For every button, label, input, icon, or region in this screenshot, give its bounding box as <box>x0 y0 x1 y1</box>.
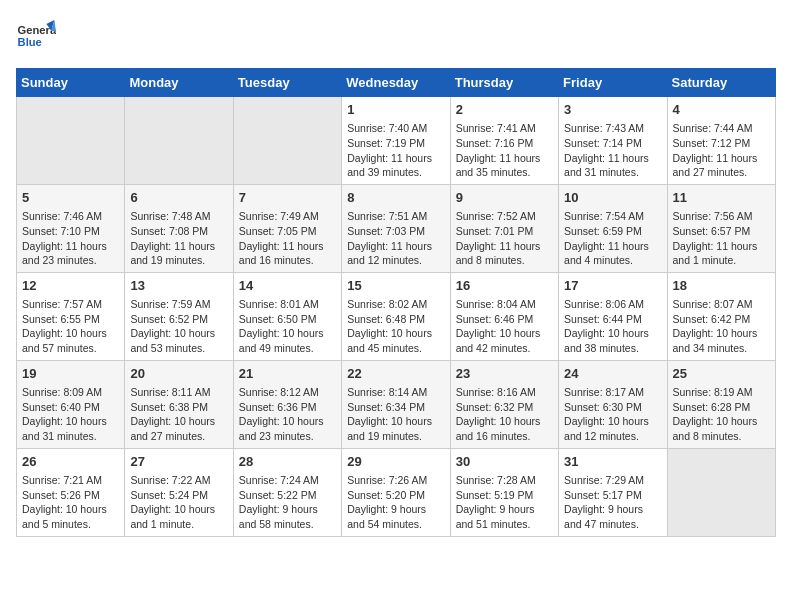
daylight-text: Daylight: 10 hours and 53 minutes. <box>130 326 227 355</box>
sunset-text: Sunset: 6:48 PM <box>347 312 444 327</box>
sunrise-text: Sunrise: 7:29 AM <box>564 473 661 488</box>
sunset-text: Sunset: 5:22 PM <box>239 488 336 503</box>
calendar-cell: 15Sunrise: 8:02 AMSunset: 6:48 PMDayligh… <box>342 272 450 360</box>
daylight-text: Daylight: 9 hours and 54 minutes. <box>347 502 444 531</box>
day-number: 11 <box>673 189 770 207</box>
calendar-cell: 22Sunrise: 8:14 AMSunset: 6:34 PMDayligh… <box>342 360 450 448</box>
calendar-cell: 2Sunrise: 7:41 AMSunset: 7:16 PMDaylight… <box>450 97 558 185</box>
sunset-text: Sunset: 6:42 PM <box>673 312 770 327</box>
calendar-cell: 21Sunrise: 8:12 AMSunset: 6:36 PMDayligh… <box>233 360 341 448</box>
calendar-table: SundayMondayTuesdayWednesdayThursdayFrid… <box>16 68 776 537</box>
daylight-text: Daylight: 11 hours and 16 minutes. <box>239 239 336 268</box>
sunrise-text: Sunrise: 7:54 AM <box>564 209 661 224</box>
sunset-text: Sunset: 6:57 PM <box>673 224 770 239</box>
day-number: 4 <box>673 101 770 119</box>
calendar-cell <box>17 97 125 185</box>
daylight-text: Daylight: 10 hours and 23 minutes. <box>239 414 336 443</box>
calendar-cell: 26Sunrise: 7:21 AMSunset: 5:26 PMDayligh… <box>17 448 125 536</box>
weekday-header: Monday <box>125 69 233 97</box>
calendar-cell <box>125 97 233 185</box>
calendar-week-row: 26Sunrise: 7:21 AMSunset: 5:26 PMDayligh… <box>17 448 776 536</box>
day-number: 28 <box>239 453 336 471</box>
sunrise-text: Sunrise: 7:43 AM <box>564 121 661 136</box>
calendar-cell <box>233 97 341 185</box>
sunset-text: Sunset: 7:10 PM <box>22 224 119 239</box>
daylight-text: Daylight: 10 hours and 5 minutes. <box>22 502 119 531</box>
day-number: 27 <box>130 453 227 471</box>
calendar-cell: 4Sunrise: 7:44 AMSunset: 7:12 PMDaylight… <box>667 97 775 185</box>
sunrise-text: Sunrise: 7:56 AM <box>673 209 770 224</box>
weekday-header: Sunday <box>17 69 125 97</box>
calendar-cell: 11Sunrise: 7:56 AMSunset: 6:57 PMDayligh… <box>667 184 775 272</box>
sunset-text: Sunset: 7:01 PM <box>456 224 553 239</box>
calendar-cell: 24Sunrise: 8:17 AMSunset: 6:30 PMDayligh… <box>559 360 667 448</box>
sunset-text: Sunset: 7:14 PM <box>564 136 661 151</box>
day-number: 12 <box>22 277 119 295</box>
daylight-text: Daylight: 11 hours and 12 minutes. <box>347 239 444 268</box>
calendar-cell: 14Sunrise: 8:01 AMSunset: 6:50 PMDayligh… <box>233 272 341 360</box>
sunset-text: Sunset: 7:19 PM <box>347 136 444 151</box>
sunset-text: Sunset: 6:59 PM <box>564 224 661 239</box>
sunset-text: Sunset: 5:19 PM <box>456 488 553 503</box>
daylight-text: Daylight: 11 hours and 19 minutes. <box>130 239 227 268</box>
sunrise-text: Sunrise: 7:22 AM <box>130 473 227 488</box>
sunset-text: Sunset: 5:20 PM <box>347 488 444 503</box>
sunset-text: Sunset: 7:05 PM <box>239 224 336 239</box>
daylight-text: Daylight: 10 hours and 27 minutes. <box>130 414 227 443</box>
day-number: 8 <box>347 189 444 207</box>
sunset-text: Sunset: 5:24 PM <box>130 488 227 503</box>
day-number: 31 <box>564 453 661 471</box>
day-number: 14 <box>239 277 336 295</box>
daylight-text: Daylight: 11 hours and 8 minutes. <box>456 239 553 268</box>
sunrise-text: Sunrise: 8:04 AM <box>456 297 553 312</box>
sunrise-text: Sunrise: 8:06 AM <box>564 297 661 312</box>
page-header: General Blue <box>16 16 776 56</box>
sunrise-text: Sunrise: 8:19 AM <box>673 385 770 400</box>
day-number: 25 <box>673 365 770 383</box>
logo: General Blue <box>16 16 56 56</box>
sunrise-text: Sunrise: 8:12 AM <box>239 385 336 400</box>
daylight-text: Daylight: 9 hours and 58 minutes. <box>239 502 336 531</box>
sunset-text: Sunset: 6:50 PM <box>239 312 336 327</box>
day-number: 23 <box>456 365 553 383</box>
day-number: 19 <box>22 365 119 383</box>
daylight-text: Daylight: 10 hours and 8 minutes. <box>673 414 770 443</box>
daylight-text: Daylight: 10 hours and 49 minutes. <box>239 326 336 355</box>
calendar-cell: 18Sunrise: 8:07 AMSunset: 6:42 PMDayligh… <box>667 272 775 360</box>
logo-icon: General Blue <box>16 16 56 56</box>
calendar-cell: 17Sunrise: 8:06 AMSunset: 6:44 PMDayligh… <box>559 272 667 360</box>
sunset-text: Sunset: 6:55 PM <box>22 312 119 327</box>
sunset-text: Sunset: 6:30 PM <box>564 400 661 415</box>
day-number: 30 <box>456 453 553 471</box>
sunset-text: Sunset: 6:36 PM <box>239 400 336 415</box>
day-number: 16 <box>456 277 553 295</box>
daylight-text: Daylight: 11 hours and 39 minutes. <box>347 151 444 180</box>
daylight-text: Daylight: 11 hours and 31 minutes. <box>564 151 661 180</box>
calendar-cell <box>667 448 775 536</box>
day-number: 9 <box>456 189 553 207</box>
calendar-cell: 28Sunrise: 7:24 AMSunset: 5:22 PMDayligh… <box>233 448 341 536</box>
day-number: 3 <box>564 101 661 119</box>
sunset-text: Sunset: 6:28 PM <box>673 400 770 415</box>
sunrise-text: Sunrise: 7:24 AM <box>239 473 336 488</box>
calendar-cell: 30Sunrise: 7:28 AMSunset: 5:19 PMDayligh… <box>450 448 558 536</box>
sunset-text: Sunset: 6:38 PM <box>130 400 227 415</box>
calendar-cell: 6Sunrise: 7:48 AMSunset: 7:08 PMDaylight… <box>125 184 233 272</box>
calendar-cell: 7Sunrise: 7:49 AMSunset: 7:05 PMDaylight… <box>233 184 341 272</box>
day-number: 6 <box>130 189 227 207</box>
day-number: 7 <box>239 189 336 207</box>
daylight-text: Daylight: 9 hours and 51 minutes. <box>456 502 553 531</box>
daylight-text: Daylight: 10 hours and 34 minutes. <box>673 326 770 355</box>
day-number: 10 <box>564 189 661 207</box>
sunset-text: Sunset: 6:40 PM <box>22 400 119 415</box>
sunrise-text: Sunrise: 7:46 AM <box>22 209 119 224</box>
daylight-text: Daylight: 10 hours and 12 minutes. <box>564 414 661 443</box>
calendar-cell: 23Sunrise: 8:16 AMSunset: 6:32 PMDayligh… <box>450 360 558 448</box>
sunset-text: Sunset: 7:08 PM <box>130 224 227 239</box>
sunrise-text: Sunrise: 8:02 AM <box>347 297 444 312</box>
daylight-text: Daylight: 10 hours and 19 minutes. <box>347 414 444 443</box>
calendar-cell: 12Sunrise: 7:57 AMSunset: 6:55 PMDayligh… <box>17 272 125 360</box>
day-number: 17 <box>564 277 661 295</box>
day-number: 18 <box>673 277 770 295</box>
daylight-text: Daylight: 10 hours and 57 minutes. <box>22 326 119 355</box>
